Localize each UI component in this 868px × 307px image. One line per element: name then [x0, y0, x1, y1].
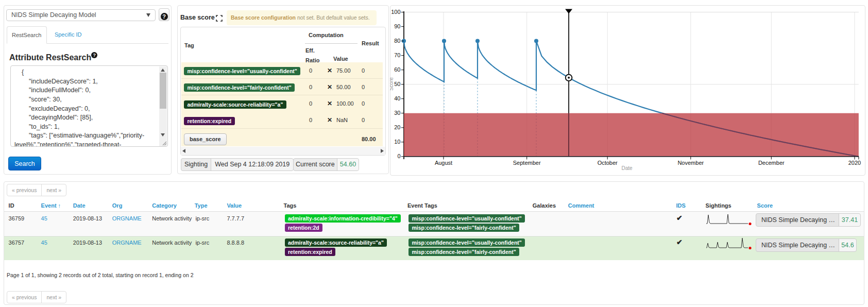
svg-text:2020: 2020	[848, 160, 861, 166]
svg-text:60: 60	[394, 66, 400, 73]
svg-text:20: 20	[394, 124, 400, 130]
svg-text:80: 80	[394, 38, 400, 44]
svg-text:90: 90	[394, 23, 400, 29]
svg-text:September: September	[513, 160, 541, 166]
svg-text:Score: Score	[390, 77, 394, 91]
svg-text:10: 10	[394, 139, 400, 145]
svg-text:70: 70	[394, 52, 400, 58]
svg-text:November: November	[677, 160, 704, 166]
svg-text:100: 100	[391, 9, 400, 15]
svg-text:October: October	[598, 160, 618, 166]
svg-text:0: 0	[397, 153, 400, 159]
svg-text:40: 40	[394, 95, 400, 101]
svg-text:August: August	[435, 160, 452, 166]
svg-text:December: December	[758, 160, 785, 166]
svg-text:Date: Date	[621, 165, 633, 171]
svg-text:30: 30	[394, 110, 400, 116]
svg-text:50: 50	[394, 81, 400, 87]
